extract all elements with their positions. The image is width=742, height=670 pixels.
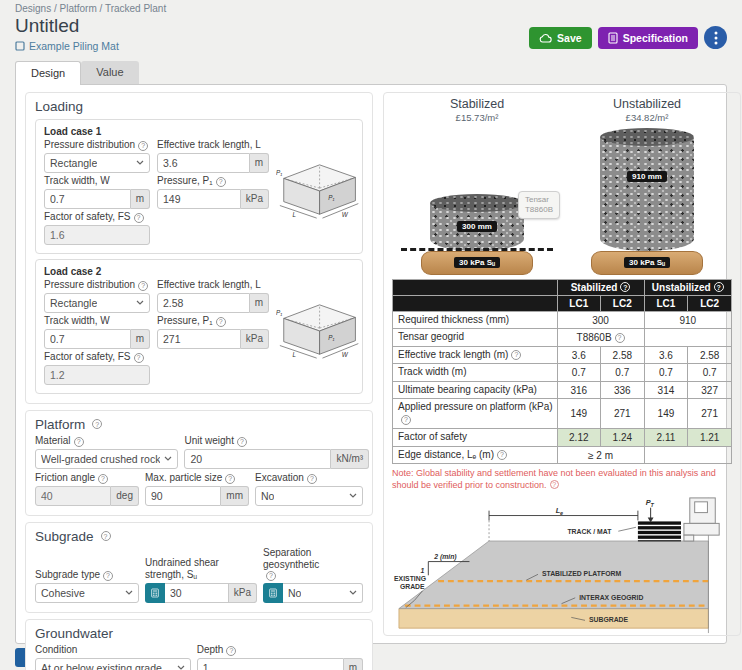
info-icon[interactable] bbox=[74, 437, 84, 447]
undrained-shear-strength-label: Undrained shear strength, Sᵤ bbox=[145, 557, 257, 581]
unit-label: m bbox=[250, 153, 269, 173]
pressure-distribution-select[interactable]: Rectangle bbox=[44, 153, 150, 173]
breadcrumb-designs[interactable]: Designs bbox=[15, 3, 51, 14]
specification-icon bbox=[608, 32, 618, 44]
material-select[interactable]: Well-graded crushed rock bbox=[35, 449, 178, 469]
unit-label: m bbox=[131, 329, 150, 349]
svg-text:GRADE: GRADE bbox=[400, 583, 425, 590]
diagram-p1-face-label: P₁ bbox=[328, 334, 334, 341]
subgrade-strength-chip: 30 kPa Sᵤ bbox=[454, 257, 500, 268]
info-icon[interactable] bbox=[266, 571, 276, 581]
info-icon[interactable] bbox=[92, 419, 102, 429]
table-row: Track width (m) 0.7 0.7 0.7 0.7 bbox=[393, 364, 732, 382]
app-page: Designs / Platform / Tracked Plant Untit… bbox=[0, 0, 742, 667]
effective-track-length-input[interactable] bbox=[157, 153, 250, 173]
subgrade-label: SUBGRADE bbox=[589, 616, 629, 623]
info-icon[interactable] bbox=[511, 350, 521, 360]
separation-geosynthetic-select[interactable]: No bbox=[283, 583, 363, 603]
unstabilized-price: £34.82/m² bbox=[562, 112, 732, 123]
calculator-button[interactable] bbox=[263, 583, 283, 603]
design-template-link[interactable]: Example Piling Mat bbox=[15, 40, 119, 52]
diagram-width-label: W bbox=[342, 351, 349, 358]
tab-design[interactable]: Design bbox=[15, 61, 81, 85]
unit-label: m bbox=[344, 658, 363, 670]
info-icon[interactable] bbox=[138, 141, 148, 151]
lc2-header: LC2 bbox=[601, 295, 645, 311]
info-icon[interactable] bbox=[216, 177, 226, 187]
table-row: Required thickness (mm) 300 910 bbox=[393, 311, 732, 329]
info-icon[interactable] bbox=[101, 531, 111, 541]
info-icon[interactable] bbox=[225, 474, 235, 484]
factor-of-safety-input bbox=[44, 365, 150, 385]
lc2-header: LC2 bbox=[688, 295, 732, 311]
track-width-input[interactable] bbox=[44, 189, 131, 209]
info-icon[interactable] bbox=[307, 474, 317, 484]
pressure-distribution-select[interactable]: Rectangle bbox=[44, 293, 150, 313]
breadcrumb: Designs / Platform / Tracked Plant bbox=[15, 3, 727, 14]
diagram-width-label: W bbox=[342, 211, 349, 218]
pressure-input[interactable] bbox=[157, 189, 241, 209]
depth-label: Depth bbox=[197, 644, 363, 656]
undrained-shear-strength-input[interactable] bbox=[165, 583, 229, 603]
chevron-down-icon bbox=[125, 590, 133, 595]
calculator-button[interactable] bbox=[145, 583, 165, 603]
more-options-button[interactable] bbox=[704, 26, 727, 49]
pressure-label: Pressure, P₁ bbox=[157, 315, 269, 327]
effective-track-length-input[interactable] bbox=[157, 293, 250, 313]
specification-button[interactable]: Specification bbox=[598, 27, 698, 49]
track-width-label: Track width, W bbox=[44, 175, 150, 187]
pressure-label: Pressure, P₁ bbox=[157, 175, 269, 187]
unit-label: kPa bbox=[241, 189, 269, 209]
info-icon[interactable] bbox=[401, 415, 411, 425]
condition-select[interactable]: At or below existing grade bbox=[35, 658, 191, 670]
cloud-icon bbox=[539, 33, 552, 43]
track-mat-label: TRACK / MAT bbox=[567, 528, 612, 535]
info-icon[interactable] bbox=[134, 353, 144, 363]
max-particle-size-input[interactable] bbox=[145, 486, 221, 506]
groundwater-section: Groundwater Condition At or below existi… bbox=[25, 619, 373, 670]
calculator-icon bbox=[151, 586, 159, 600]
lc1-header: LC1 bbox=[557, 295, 601, 311]
info-icon[interactable] bbox=[216, 317, 226, 327]
subgrade-strength-chip: 30 kPa Sᵤ bbox=[624, 257, 670, 268]
cross-section-diagram: Le PT 2 (min) 1 EXISTING GRADE TRACK / M… bbox=[392, 494, 732, 638]
unit-weight-input[interactable] bbox=[184, 449, 331, 469]
breadcrumb-platform[interactable]: Platform bbox=[59, 3, 96, 14]
stabilized-platform-label: STABILIZED PLATFORM bbox=[542, 570, 621, 577]
condition-label: Condition bbox=[35, 644, 191, 656]
unit-label: m bbox=[250, 293, 269, 313]
excavation-select[interactable]: No bbox=[255, 486, 363, 506]
info-icon[interactable] bbox=[550, 480, 559, 489]
info-icon[interactable] bbox=[138, 281, 148, 291]
tab-bar: Design Value bbox=[15, 61, 727, 84]
unstabilized-column-header: Unstabilized bbox=[644, 279, 731, 295]
friction-angle-input bbox=[35, 486, 111, 506]
save-button[interactable]: Save bbox=[529, 27, 592, 49]
info-icon[interactable] bbox=[497, 450, 507, 460]
tab-value[interactable]: Value bbox=[81, 61, 138, 84]
info-icon[interactable] bbox=[103, 571, 113, 581]
pressure-input[interactable] bbox=[157, 329, 241, 349]
info-icon[interactable] bbox=[226, 646, 236, 656]
thickness-chip: 910 mm bbox=[627, 171, 667, 182]
unstabilized-figure: Unstabilized £34.82/m² 30 kPa Sᵤ 910 mm bbox=[562, 97, 732, 277]
info-icon[interactable] bbox=[134, 213, 144, 223]
depth-input[interactable] bbox=[197, 658, 344, 670]
design-content: Loading Load case 1 Pressure distributio… bbox=[15, 84, 727, 644]
info-icon[interactable] bbox=[615, 333, 625, 343]
info-icon[interactable] bbox=[98, 474, 108, 484]
slope-ratio-vertical-label: 1 bbox=[420, 567, 424, 574]
platform-heading: Platform bbox=[35, 417, 85, 432]
pressure-distribution-label: Pressure distribution bbox=[44, 139, 150, 151]
groundwater-heading: Groundwater bbox=[35, 626, 113, 641]
load-area-diagram: P₁ P₁ L W bbox=[276, 159, 368, 225]
svg-text:Le: Le bbox=[556, 505, 563, 515]
subgrade-type-select[interactable]: Cohesive bbox=[35, 583, 139, 603]
info-icon[interactable] bbox=[620, 282, 630, 292]
factor-of-safety-label: Factor of safety, FS bbox=[44, 351, 269, 363]
track-width-input[interactable] bbox=[44, 329, 131, 349]
material-label: Material bbox=[35, 435, 178, 447]
unit-label: deg bbox=[111, 486, 139, 506]
info-icon[interactable] bbox=[714, 282, 724, 292]
info-icon[interactable] bbox=[237, 437, 247, 447]
